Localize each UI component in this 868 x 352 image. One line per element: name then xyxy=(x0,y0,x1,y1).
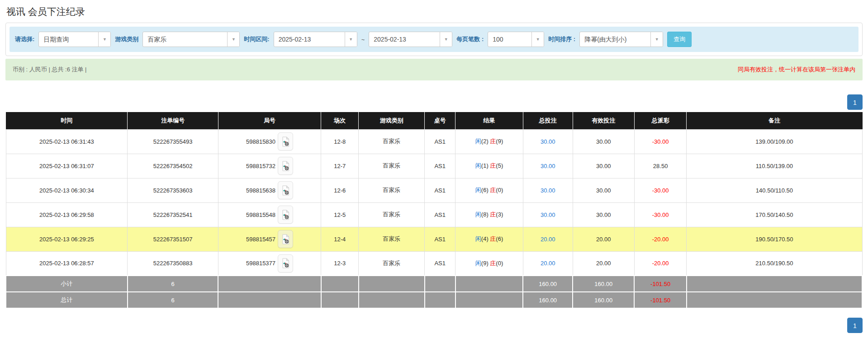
header-time: 时间 xyxy=(6,112,128,129)
page-size-select[interactable]: 100 ▼ xyxy=(488,32,544,47)
game-type: 百家乐 xyxy=(359,154,425,178)
bet-id: 522267353603 xyxy=(128,178,218,202)
table-row: 2025-02-13 06:28:57 522267350883 5988153… xyxy=(6,251,862,276)
query-type-select[interactable]: 日期查询 ▼ xyxy=(38,32,111,47)
pagination-bottom: 1 xyxy=(5,318,863,333)
time-sort-value: 降幂(由大到小) xyxy=(580,32,650,47)
page-size-label: 每页笔数 : xyxy=(456,35,484,43)
filter-panel: 请选择: 日期查询 ▼ 游戏类别 百家乐 ▼ 时间区间: 2025-02-13 … xyxy=(5,23,863,56)
banker-result-label: 庄 xyxy=(490,138,496,145)
player-result-label: 闲 xyxy=(475,187,481,193)
session: 12-6 xyxy=(321,178,359,202)
chevron-down-icon[interactable]: ▼ xyxy=(440,32,452,47)
player-result-label: 闲 xyxy=(475,162,481,169)
remark: 140.50/110.50 xyxy=(687,178,862,202)
query-type-value: 日期查询 xyxy=(39,32,98,47)
round-id: 598815830 xyxy=(246,138,275,145)
banker-result-value: (6) xyxy=(496,235,503,242)
filter-bar: 请选择: 日期查询 ▼ 游戏类别 百家乐 ▼ 时间区间: 2025-02-13 … xyxy=(9,27,859,52)
remark: 210.50/190.50 xyxy=(687,251,862,276)
header-round-id: 局号 xyxy=(218,112,321,129)
bet-id: 522267351507 xyxy=(128,227,218,251)
date-to-value: 2025-02-13 xyxy=(369,32,440,47)
subtotal-valid-bet: 160.00 xyxy=(573,276,634,292)
game-type: 百家乐 xyxy=(359,178,425,202)
total-bet-cell: 30.00 xyxy=(523,154,573,178)
pagination-page-button[interactable]: 1 xyxy=(847,318,863,333)
player-result-value: (2) xyxy=(481,138,489,145)
table-row: 2025-02-13 06:31:43 522267355493 5988158… xyxy=(6,129,862,154)
time-sort-select[interactable]: 降幂(由大到小) ▼ xyxy=(579,32,663,47)
chevron-down-icon[interactable]: ▼ xyxy=(227,32,239,47)
table-number: AS1 xyxy=(425,129,455,154)
round-id: 598815732 xyxy=(246,163,275,169)
chevron-down-icon[interactable]: ▼ xyxy=(650,32,663,47)
game-type-select[interactable]: 百家乐 ▼ xyxy=(142,32,240,47)
total-bet-link[interactable]: 30.00 xyxy=(541,138,555,145)
round-cell: 598815732 xyxy=(218,154,321,178)
valid-bet: 30.00 xyxy=(573,202,634,227)
pagination-page-button[interactable]: 1 xyxy=(847,94,863,110)
banker-result-value: (5) xyxy=(496,162,503,169)
banker-result-value: (0) xyxy=(496,187,503,193)
result-cell: 闲(8) 庄(3) xyxy=(455,202,523,227)
result-cell: 闲(6) 庄(0) xyxy=(455,178,523,202)
table-number: AS1 xyxy=(425,251,455,276)
game-type: 百家乐 xyxy=(359,251,425,276)
game-type: 百家乐 xyxy=(359,227,425,251)
payout: -30.00 xyxy=(634,129,686,154)
video-record-button[interactable] xyxy=(278,230,293,248)
date-from-select[interactable]: 2025-02-13 ▼ xyxy=(274,32,357,47)
bet-id: 522267350883 xyxy=(128,251,218,276)
date-to-select[interactable]: 2025-02-13 ▼ xyxy=(369,32,452,47)
total-total-bet: 160.00 xyxy=(523,292,573,308)
remark: 170.50/140.50 xyxy=(687,202,862,227)
total-bet-link[interactable]: 20.00 xyxy=(541,260,555,267)
player-result-value: (9) xyxy=(481,260,489,267)
session: 12-7 xyxy=(321,154,359,178)
video-record-button[interactable] xyxy=(278,206,293,224)
table-number: AS1 xyxy=(425,178,455,202)
total-bet-cell: 30.00 xyxy=(523,129,573,154)
video-record-button[interactable] xyxy=(278,254,293,272)
payout: -20.00 xyxy=(634,227,686,251)
valid-bet: 30.00 xyxy=(573,154,634,178)
chevron-down-icon[interactable]: ▼ xyxy=(98,32,110,47)
total-bet-link[interactable]: 30.00 xyxy=(541,211,555,218)
remark: 110.50/139.00 xyxy=(687,154,862,178)
query-type-label: 请选择: xyxy=(15,35,34,43)
page-size-value: 100 xyxy=(488,32,531,47)
banker-result-value: (3) xyxy=(496,211,503,218)
player-result-label: 闲 xyxy=(475,235,481,242)
bet-time: 2025-02-13 06:28:57 xyxy=(6,251,128,276)
chevron-down-icon[interactable]: ▼ xyxy=(531,32,544,47)
chevron-down-icon[interactable]: ▼ xyxy=(345,32,357,47)
round-id: 598815457 xyxy=(246,236,275,243)
header-table-no: 桌号 xyxy=(425,112,455,129)
payout: 28.50 xyxy=(634,154,686,178)
table-header: 时间 注单编号 局号 场次 游戏类别 桌号 结果 总投注 有效投注 总派彩 备注 xyxy=(6,112,862,129)
header-payout: 总派彩 xyxy=(634,112,686,129)
total-valid-bet: 160.00 xyxy=(573,292,634,308)
video-record-button[interactable] xyxy=(278,132,293,150)
search-button[interactable]: 查询 xyxy=(667,32,692,47)
valid-bet: 30.00 xyxy=(573,129,634,154)
bet-time: 2025-02-13 06:30:34 xyxy=(6,178,128,202)
payout: -30.00 xyxy=(634,178,686,202)
banker-result-label: 庄 xyxy=(490,162,496,169)
session: 12-4 xyxy=(321,227,359,251)
player-result-value: (6) xyxy=(481,187,489,193)
summary-notice: 同局有效投注，统一计算在该局第一张注单内 xyxy=(738,66,855,74)
header-session: 场次 xyxy=(321,112,359,129)
table-row: 2025-02-13 06:29:25 522267351507 5988154… xyxy=(6,227,862,251)
bet-id: 522267352541 xyxy=(128,202,218,227)
total-bet-link[interactable]: 30.00 xyxy=(541,187,555,194)
total-bet-link[interactable]: 30.00 xyxy=(541,163,555,169)
video-file-icon xyxy=(281,161,290,171)
video-record-button[interactable] xyxy=(278,157,293,175)
video-record-button[interactable] xyxy=(278,181,293,199)
bet-time: 2025-02-13 06:29:58 xyxy=(6,202,128,227)
round-id: 598815548 xyxy=(246,211,275,218)
total-bet-link[interactable]: 20.00 xyxy=(541,236,555,243)
table-number: AS1 xyxy=(425,202,455,227)
